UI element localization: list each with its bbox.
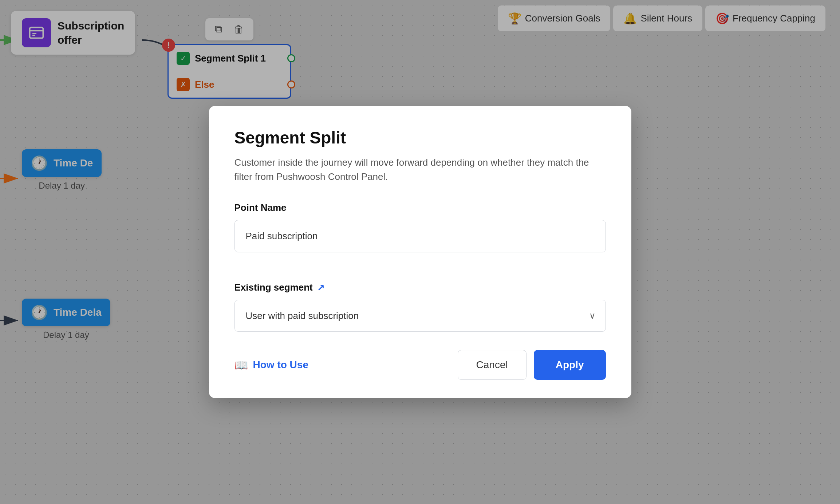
cancel-button[interactable]: Cancel <box>458 350 527 380</box>
existing-segment-label: Existing segment ↗ <box>234 282 606 293</box>
how-to-use-button[interactable]: 📖 How to Use <box>234 359 308 371</box>
external-link-icon[interactable]: ↗ <box>317 283 324 293</box>
existing-segment-select[interactable]: User with paid subscription Free users P… <box>234 300 606 332</box>
modal-description: Customer inside the journey will move fo… <box>234 155 606 184</box>
segment-split-modal: Segment Split Customer inside the journe… <box>209 106 631 398</box>
modal-footer: 📖 How to Use Cancel Apply <box>234 350 606 380</box>
segment-select-wrapper: User with paid subscription Free users P… <box>234 300 606 332</box>
modal-divider <box>234 267 606 267</box>
existing-segment-field: Existing segment ↗ User with paid subscr… <box>234 282 606 332</box>
book-icon: 📖 <box>234 359 248 371</box>
apply-button[interactable]: Apply <box>534 350 606 380</box>
modal-title: Segment Split <box>234 128 606 147</box>
point-name-input[interactable] <box>234 220 606 252</box>
modal-actions: Cancel Apply <box>458 350 606 380</box>
point-name-field: Point Name <box>234 202 606 252</box>
point-name-label: Point Name <box>234 202 606 213</box>
modal-overlay[interactable]: Segment Split Customer inside the journe… <box>0 0 840 504</box>
how-to-use-label: How to Use <box>253 359 308 371</box>
